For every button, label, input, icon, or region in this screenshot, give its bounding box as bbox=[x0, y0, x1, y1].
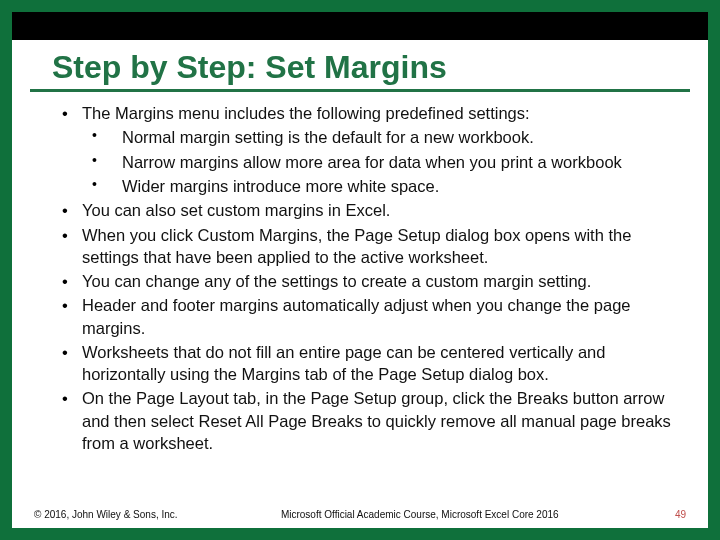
bullet-item: You can change any of the settings to cr… bbox=[62, 270, 676, 292]
bullet-item: You can also set custom margins in Excel… bbox=[62, 199, 676, 221]
slide-title: Step by Step: Set Margins bbox=[30, 40, 690, 92]
bullet-item: The Margins menu includes the following … bbox=[62, 102, 676, 124]
sub-bullet-item: Narrow margins allow more area for data … bbox=[62, 151, 676, 173]
footer-left: © 2016, John Wiley & Sons, Inc. bbox=[34, 509, 178, 520]
bullet-item: On the Page Layout tab, in the Page Setu… bbox=[62, 387, 676, 454]
slide-footer: © 2016, John Wiley & Sons, Inc. Microsof… bbox=[34, 509, 686, 520]
top-black-band bbox=[12, 12, 708, 40]
slide-frame: Step by Step: Set Margins The Margins me… bbox=[0, 0, 720, 540]
bullet-item: Worksheets that do not fill an entire pa… bbox=[62, 341, 676, 386]
slide-content: The Margins menu includes the following … bbox=[12, 102, 708, 454]
footer-center: Microsoft Official Academic Course, Micr… bbox=[178, 509, 662, 520]
bullet-item: When you click Custom Margins, the Page … bbox=[62, 224, 676, 269]
bullet-item: Header and footer margins automatically … bbox=[62, 294, 676, 339]
sub-bullet-item: Normal margin setting is the default for… bbox=[62, 126, 676, 148]
footer-page-number: 49 bbox=[662, 509, 686, 520]
sub-bullet-item: Wider margins introduce more white space… bbox=[62, 175, 676, 197]
